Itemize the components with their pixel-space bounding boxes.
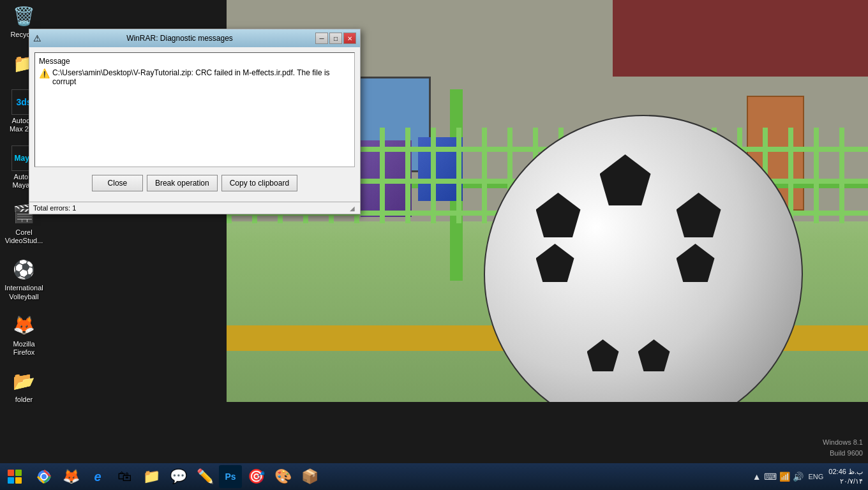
logo-blue <box>8 477 14 484</box>
taskbar-ie[interactable]: e <box>85 464 110 489</box>
winrar-dialog: ⚠ WinRAR: Diagnostic messages ─ □ ✕ Mess… <box>29 29 361 214</box>
resize-handle[interactable]: ◢ <box>350 205 356 211</box>
firefox-icon: 🦊 <box>11 313 37 338</box>
message-text: C:\Users\amin\Desktop\V-RayTutorial.zip:… <box>52 68 350 86</box>
folder2-icon: 📂 <box>11 368 37 394</box>
windows-info: Windows 8.1 Build 9600 <box>823 437 863 458</box>
warning-icon: ⚠️ <box>39 68 50 78</box>
status-text: Total errors: 1 <box>33 204 76 212</box>
taskbar-paint[interactable]: 🎨 <box>270 464 296 489</box>
taskbar-app9[interactable]: 🎯 <box>243 464 269 489</box>
tray-network[interactable]: 📶 <box>779 471 790 482</box>
logo-green <box>15 470 22 476</box>
language-indicator[interactable]: ENG <box>809 473 824 480</box>
folder2-label: folder <box>15 396 33 404</box>
clock-date: ۲۰/۷/۱۴ <box>828 477 863 486</box>
winrar-icon: ⚠ <box>33 33 41 43</box>
start-button[interactable] <box>0 463 29 490</box>
taskbar-store[interactable]: 🛍 <box>112 464 137 489</box>
windows-build: Build 9600 <box>823 448 863 459</box>
tray-keyboard[interactable]: ⌨ <box>764 471 777 482</box>
taskbar-chrome[interactable] <box>31 464 57 489</box>
logo-yellow <box>15 477 22 484</box>
firefox-label: MozillaFirefox <box>13 340 34 357</box>
windows-logo <box>8 470 22 484</box>
taskbar: 🦊 e 🛍 📁 💬 ✏️ Ps 🎯 🎨 📦 ▲ ⌨ 📶 🔊 ENG 02:46 … <box>0 463 868 490</box>
dialog-content: Message ⚠️ C:\Users\amin\Desktop\V-RayTu… <box>29 47 360 202</box>
break-operation-button[interactable]: Break operation <box>147 175 218 191</box>
taskbar-winrar[interactable]: 📦 <box>297 464 322 489</box>
minimize-button[interactable]: ─ <box>315 33 328 44</box>
copy-clipboard-button[interactable]: Copy to clipboard <box>221 175 297 191</box>
dialog-title: WinRAR: Diagnostic messages <box>44 34 315 43</box>
status-bar: Total errors: 1 ◢ <box>29 202 360 214</box>
restore-button[interactable]: □ <box>329 33 342 44</box>
taskbar-firefox[interactable]: 🦊 <box>58 464 84 489</box>
volleyball-icon: ⚽ <box>11 256 37 282</box>
clock-time: 02:46 ب.ظ <box>828 467 863 477</box>
taskbar-apps: 🦊 e 🛍 📁 💬 ✏️ Ps 🎯 🎨 📦 <box>29 464 747 489</box>
tray-icons: ▲ ⌨ 📶 🔊 <box>752 471 804 482</box>
icon-volleyball[interactable]: ⚽ InternationalVolleyball <box>0 253 48 304</box>
message-area: Message ⚠️ C:\Users\amin\Desktop\V-RayTu… <box>34 52 355 167</box>
svg-point-2 <box>41 474 47 479</box>
system-clock[interactable]: 02:46 ب.ظ ۲۰/۷/۱۴ <box>828 467 863 487</box>
volleyball-label: InternationalVolleyball <box>4 284 43 301</box>
message-label: Message <box>39 57 350 66</box>
system-tray: ▲ ⌨ 📶 🔊 ENG 02:46 ب.ظ ۲۰/۷/۱۴ <box>747 467 868 487</box>
close-title-button[interactable]: ✕ <box>343 33 356 44</box>
icon-firefox[interactable]: 🦊 MozillaFirefox <box>0 309 48 360</box>
windows-version: Windows 8.1 <box>823 437 863 448</box>
tray-volume[interactable]: 🔊 <box>793 471 804 482</box>
title-buttons: ─ □ ✕ <box>315 33 356 44</box>
tray-arrow[interactable]: ▲ <box>752 471 761 482</box>
taskbar-skype[interactable]: 💬 <box>165 464 191 489</box>
logo-red <box>8 470 14 476</box>
taskbar-app7[interactable]: ✏️ <box>192 464 218 489</box>
taskbar-explorer[interactable]: 📁 <box>138 464 164 489</box>
close-button[interactable]: Close <box>92 175 143 191</box>
icon-folder2[interactable]: 📂 folder <box>0 365 48 407</box>
recycle-bin-icon: 🗑️ <box>11 3 37 29</box>
taskbar-photoshop[interactable]: Ps <box>219 465 242 488</box>
dialog-titlebar: ⚠ WinRAR: Diagnostic messages ─ □ ✕ <box>29 29 360 47</box>
corel-label: CorelVideoStud... <box>5 228 43 245</box>
desktop: 🗑️ Recycl... 📁 3ds Autod...Max 20... May… <box>0 0 868 490</box>
message-row: ⚠️ C:\Users\amin\Desktop\V-RayTutorial.z… <box>39 68 350 86</box>
dialog-buttons: Close Break operation Copy to clipboard <box>34 172 355 197</box>
